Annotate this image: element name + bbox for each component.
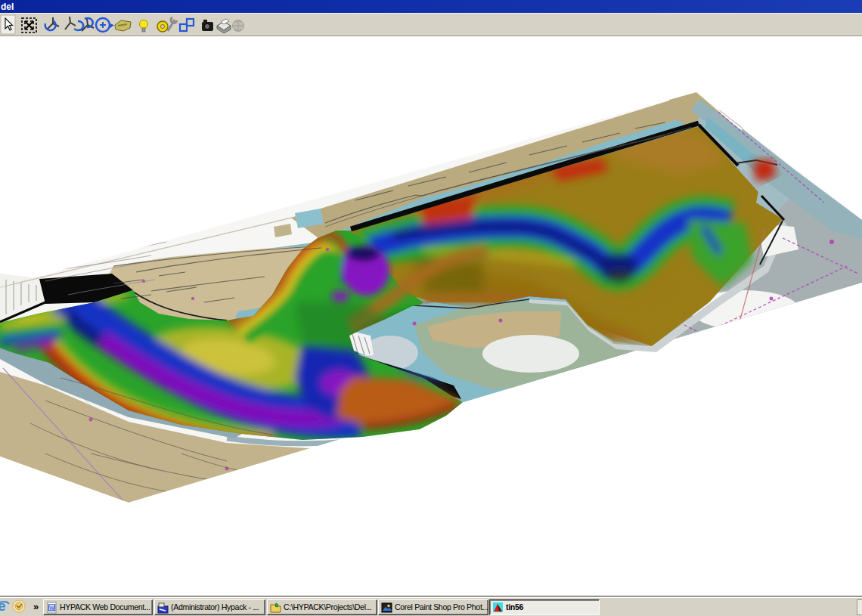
svg-text:e: e: [0, 598, 6, 614]
svg-text:»: »: [33, 601, 39, 612]
svg-text:W: W: [49, 605, 54, 611]
